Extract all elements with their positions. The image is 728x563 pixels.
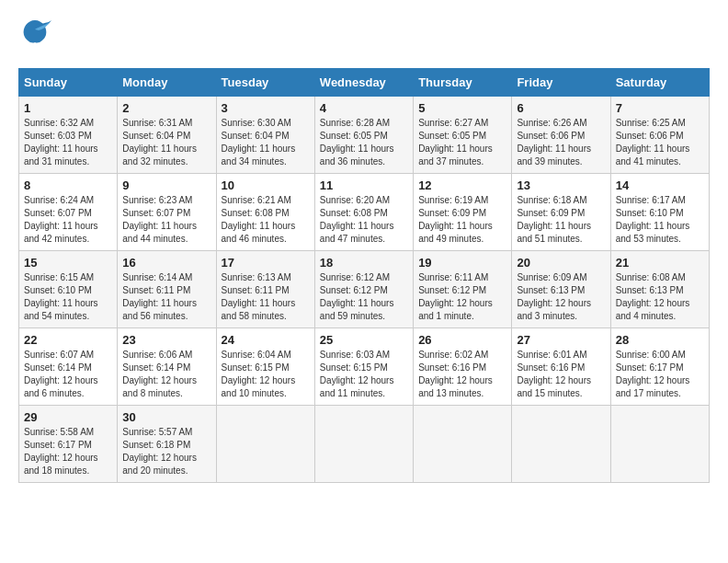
calendar-cell: 9Sunrise: 6:23 AMSunset: 6:07 PMDaylight… [118,174,216,251]
cell-info: Sunrise: 6:13 AMSunset: 6:11 PMDaylight:… [222,272,296,321]
day-number: 1 [24,101,112,115]
day-number: 24 [222,333,310,347]
cell-info: Sunrise: 6:04 AMSunset: 6:15 PMDaylight:… [222,350,296,398]
day-number: 14 [616,178,704,192]
weekday-header-row: SundayMondayTuesdayWednesdayThursdayFrid… [19,69,710,97]
day-number: 26 [418,333,506,347]
day-number: 28 [616,333,704,347]
day-number: 27 [517,333,605,347]
cell-info: Sunrise: 6:31 AMSunset: 6:04 PMDaylight:… [122,118,197,167]
calendar-cell: 21Sunrise: 6:08 AMSunset: 6:13 PMDayligh… [610,251,709,328]
logo [18,18,55,59]
calendar-cell: 7Sunrise: 6:25 AMSunset: 6:06 PMDaylight… [610,97,709,174]
cell-info: Sunrise: 6:26 AMSunset: 6:06 PMDaylight:… [517,118,591,167]
cell-info: Sunrise: 6:27 AMSunset: 6:05 PMDaylight:… [418,118,493,167]
calendar-cell [314,406,413,483]
calendar-cell: 12Sunrise: 6:19 AMSunset: 6:09 PMDayligh… [414,174,512,251]
calendar-cell: 5Sunrise: 6:27 AMSunset: 6:05 PMDaylight… [414,97,512,174]
cell-info: Sunrise: 6:14 AMSunset: 6:11 PMDaylight:… [122,272,197,321]
cell-info: Sunrise: 6:15 AMSunset: 6:10 PMDaylight:… [24,272,98,321]
cell-info: Sunrise: 6:01 AMSunset: 6:16 PMDaylight:… [517,350,591,398]
day-number: 11 [320,178,408,192]
day-number: 16 [122,256,210,270]
calendar-cell: 15Sunrise: 6:15 AMSunset: 6:10 PMDayligh… [19,251,118,328]
weekday-header-tuesday: Tuesday [216,69,314,97]
calendar-cell: 28Sunrise: 6:00 AMSunset: 6:17 PMDayligh… [610,328,709,406]
day-number: 19 [418,256,506,270]
cell-info: Sunrise: 6:30 AMSunset: 6:04 PMDaylight:… [222,118,296,167]
cell-info: Sunrise: 6:08 AMSunset: 6:13 PMDaylight:… [616,272,690,321]
calendar-cell: 18Sunrise: 6:12 AMSunset: 6:12 PMDayligh… [314,251,413,328]
calendar-cell: 2Sunrise: 6:31 AMSunset: 6:04 PMDaylight… [118,97,216,174]
week-row-2: 8Sunrise: 6:24 AMSunset: 6:07 PMDaylight… [19,174,710,251]
calendar-cell: 13Sunrise: 6:18 AMSunset: 6:09 PMDayligh… [512,174,610,251]
weekday-header-thursday: Thursday [414,69,512,97]
day-number: 20 [517,256,605,270]
day-number: 9 [122,178,210,192]
calendar-cell: 22Sunrise: 6:07 AMSunset: 6:14 PMDayligh… [19,328,118,406]
calendar-cell: 8Sunrise: 6:24 AMSunset: 6:07 PMDaylight… [19,174,118,251]
weekday-header-friday: Friday [512,69,610,97]
cell-info: Sunrise: 6:32 AMSunset: 6:03 PMDaylight:… [24,118,98,167]
cell-info: Sunrise: 6:20 AMSunset: 6:08 PMDaylight:… [320,195,394,244]
day-number: 7 [616,101,704,115]
calendar-cell: 4Sunrise: 6:28 AMSunset: 6:05 PMDaylight… [314,97,413,174]
cell-info: Sunrise: 6:12 AMSunset: 6:12 PMDaylight:… [320,272,394,321]
calendar-cell: 3Sunrise: 6:30 AMSunset: 6:04 PMDaylight… [216,97,314,174]
day-number: 6 [517,101,605,115]
day-number: 3 [222,101,310,115]
day-number: 21 [616,256,704,270]
day-number: 23 [122,333,210,347]
day-number: 29 [24,410,112,424]
cell-info: Sunrise: 6:11 AMSunset: 6:12 PMDaylight:… [418,272,493,321]
calendar-cell: 20Sunrise: 6:09 AMSunset: 6:13 PMDayligh… [512,251,610,328]
cell-info: Sunrise: 6:17 AMSunset: 6:10 PMDaylight:… [616,195,690,244]
calendar-cell: 6Sunrise: 6:26 AMSunset: 6:06 PMDaylight… [512,97,610,174]
cell-info: Sunrise: 6:23 AMSunset: 6:07 PMDaylight:… [122,195,197,244]
week-row-4: 22Sunrise: 6:07 AMSunset: 6:14 PMDayligh… [19,328,710,406]
calendar-cell: 26Sunrise: 6:02 AMSunset: 6:16 PMDayligh… [414,328,512,406]
calendar-cell: 30Sunrise: 5:57 AMSunset: 6:18 PMDayligh… [118,406,216,483]
cell-info: Sunrise: 6:24 AMSunset: 6:07 PMDaylight:… [24,195,98,244]
page-header [18,18,710,59]
logo-icon [18,18,51,55]
cell-info: Sunrise: 6:07 AMSunset: 6:14 PMDaylight:… [24,350,98,398]
day-number: 22 [24,333,112,347]
calendar-cell: 27Sunrise: 6:01 AMSunset: 6:16 PMDayligh… [512,328,610,406]
cell-info: Sunrise: 6:18 AMSunset: 6:09 PMDaylight:… [517,195,591,244]
weekday-header-sunday: Sunday [19,69,118,97]
week-row-5: 29Sunrise: 5:58 AMSunset: 6:17 PMDayligh… [19,406,710,483]
calendar-cell: 17Sunrise: 6:13 AMSunset: 6:11 PMDayligh… [216,251,314,328]
day-number: 4 [320,101,408,115]
day-number: 30 [122,410,210,424]
day-number: 12 [418,178,506,192]
calendar-cell: 29Sunrise: 5:58 AMSunset: 6:17 PMDayligh… [19,406,118,483]
cell-info: Sunrise: 6:25 AMSunset: 6:06 PMDaylight:… [616,118,690,167]
cell-info: Sunrise: 6:00 AMSunset: 6:17 PMDaylight:… [616,350,690,398]
cell-info: Sunrise: 6:03 AMSunset: 6:15 PMDaylight:… [320,350,394,398]
cell-info: Sunrise: 6:06 AMSunset: 6:14 PMDaylight:… [122,350,197,398]
calendar-cell: 14Sunrise: 6:17 AMSunset: 6:10 PMDayligh… [610,174,709,251]
day-number: 2 [122,101,210,115]
calendar-cell: 16Sunrise: 6:14 AMSunset: 6:11 PMDayligh… [118,251,216,328]
day-number: 5 [418,101,506,115]
cell-info: Sunrise: 5:58 AMSunset: 6:17 PMDaylight:… [24,427,98,476]
day-number: 17 [222,256,310,270]
day-number: 13 [517,178,605,192]
cell-info: Sunrise: 6:09 AMSunset: 6:13 PMDaylight:… [517,272,591,321]
calendar-cell [610,406,709,483]
calendar-cell: 23Sunrise: 6:06 AMSunset: 6:14 PMDayligh… [118,328,216,406]
calendar-cell [216,406,314,483]
calendar-cell: 10Sunrise: 6:21 AMSunset: 6:08 PMDayligh… [216,174,314,251]
cell-info: Sunrise: 6:19 AMSunset: 6:09 PMDaylight:… [418,195,493,244]
calendar-cell: 1Sunrise: 6:32 AMSunset: 6:03 PMDaylight… [19,97,118,174]
week-row-3: 15Sunrise: 6:15 AMSunset: 6:10 PMDayligh… [19,251,710,328]
calendar-cell [414,406,512,483]
calendar-cell: 19Sunrise: 6:11 AMSunset: 6:12 PMDayligh… [414,251,512,328]
day-number: 10 [222,178,310,192]
weekday-header-monday: Monday [118,69,216,97]
day-number: 15 [24,256,112,270]
calendar-body: 1Sunrise: 6:32 AMSunset: 6:03 PMDaylight… [19,97,710,483]
day-number: 8 [24,178,112,192]
weekday-header-wednesday: Wednesday [314,69,413,97]
